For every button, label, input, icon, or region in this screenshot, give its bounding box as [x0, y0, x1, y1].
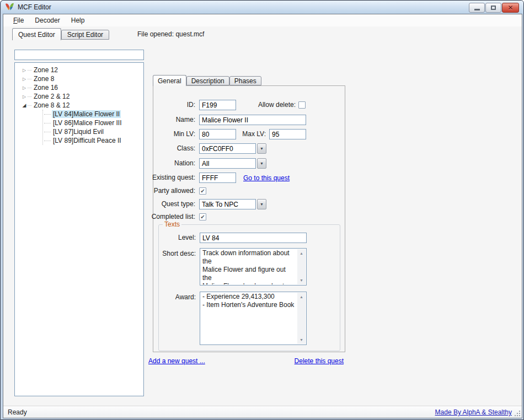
tree-node-label: [LV 87]Liquid Evil [52, 128, 105, 136]
quest-type-label: Quest type: [153, 199, 195, 209]
scroll-up-icon[interactable]: ▲ [297, 249, 306, 257]
app-icon [5, 3, 14, 12]
tree-node-zone-12[interactable]: ▷ Zone 12 [15, 66, 143, 74]
quest-tree: ▷ Zone 12 ▷ Zone 8 ▷ Zone 16 ▷ Z [14, 62, 144, 396]
quest-editor-page: ▷ Zone 12 ▷ Zone 8 ▷ Zone 16 ▷ Z [3, 40, 522, 407]
chevron-down-icon: ▼ [260, 202, 264, 206]
party-allowed-label: Party allowed: [153, 186, 195, 196]
menubar: File Decoder Help [3, 14, 522, 26]
tree-node-label: [LV 89]Difficult Peace II [52, 137, 122, 144]
menu-decoder[interactable]: Decoder [29, 15, 65, 26]
short-desc-textarea[interactable]: Track down information about the Malice … [200, 248, 307, 286]
tree-node-lv89-difficult-peace-ii[interactable]: [LV 89]Difficult Peace II [43, 136, 143, 145]
completed-list-checkbox[interactable]: ✔ [199, 213, 206, 220]
award-scrollbar[interactable]: ▲ ▼ [297, 293, 306, 344]
menu-help[interactable]: Help [66, 15, 90, 26]
client-area: File Decoder Help Quest Editor Script Ed… [3, 14, 522, 418]
allow-delete-checkbox[interactable] [298, 101, 306, 109]
tree-node-label: Zone 12 [33, 66, 59, 74]
tree-node-label: Zone 16 [33, 84, 59, 91]
tree-node-zone-8[interactable]: ▷ Zone 8 [15, 74, 143, 83]
max-lv-label: Max LV: [220, 129, 266, 139]
award-textarea[interactable]: - Experience 29,413,300 - Item Horten's … [200, 292, 307, 345]
tree-node-label: Zone 8 & 12 [33, 101, 71, 109]
minimize-icon [474, 9, 480, 10]
close-icon: ✕ [507, 4, 513, 11]
tree-node-zone-8-12[interactable]: ◢ Zone 8 & 12 [15, 101, 143, 110]
min-lv-label: Min LV: [153, 129, 195, 139]
texts-groupbox-title: Texts [163, 220, 181, 228]
award-label: Award: [159, 292, 196, 303]
close-button[interactable]: ✕ [502, 3, 519, 13]
chevron-right-icon[interactable]: ▷ [22, 68, 27, 73]
tree-node-zone-16[interactable]: ▷ Zone 16 [15, 83, 143, 92]
tree-node-lv84-malice-flower-ii[interactable]: [LV 84]Malice Flower II [43, 110, 143, 119]
class-combo-field[interactable] [199, 143, 256, 154]
maximize-icon [491, 6, 496, 10]
statusbar: Ready Made By AlphA & Stealthy [3, 406, 522, 418]
nation-combo-field[interactable] [199, 158, 256, 169]
class-label: Class: [153, 143, 195, 154]
tree-node-label-selected: [LV 84]Malice Flower II [52, 110, 121, 118]
short-desc-label: Short desc: [159, 249, 196, 259]
texts-groupbox: Texts Level: Short desc: Track down info… [158, 224, 340, 351]
app-window: MCF Editor ✕ File Decoder Help Quest Edi… [0, 0, 524, 420]
general-form-panel: ID: Allow delete: Name: Min LV: Max LV: … [153, 85, 345, 352]
allow-delete-label: Allow delete: [253, 100, 296, 110]
quest-type-combo-field[interactable] [199, 199, 256, 209]
tree-node-label: Zone 8 [33, 75, 55, 83]
level-label: Level: [159, 233, 196, 243]
tree-node-label: Zone 2 & 12 [33, 93, 71, 100]
level-field[interactable] [200, 233, 307, 243]
window-title: MCF Editor [18, 3, 51, 11]
quest-type-dropdown-button[interactable]: ▼ [257, 199, 266, 209]
scroll-down-icon[interactable]: ▼ [297, 336, 306, 344]
name-label: Name: [153, 115, 195, 125]
chevron-right-icon[interactable]: ▷ [22, 77, 27, 82]
maximize-button[interactable] [485, 3, 501, 13]
nation-label: Nation: [153, 158, 195, 169]
titlebar[interactable]: MCF Editor ✕ [1, 1, 524, 14]
tab-quest-editor[interactable]: Quest Editor [12, 28, 61, 40]
main-tabstrip: Quest Editor Script Editor [12, 28, 109, 40]
status-text: Ready [3, 408, 27, 416]
editor-tabstrip: General Description Phases [153, 75, 261, 86]
name-field[interactable] [199, 115, 306, 125]
party-allowed-checkbox[interactable]: ✔ [199, 187, 206, 195]
existing-quest-label: Existing quest: [151, 173, 195, 183]
award-text: - Experience 29,413,300 - Item Horten's … [202, 293, 296, 344]
chevron-down-icon: ▼ [260, 147, 264, 150]
tree-node-lv86-malice-flower-iii[interactable]: [LV 86]Malice Flower III [43, 119, 143, 127]
tab-general[interactable]: General [153, 75, 186, 86]
tab-script-editor[interactable]: Script Editor [61, 30, 109, 40]
tab-phases[interactable]: Phases [229, 76, 261, 85]
id-field[interactable] [199, 100, 236, 110]
id-label: ID: [153, 100, 195, 110]
go-to-quest-link[interactable]: Go to this quest [243, 174, 290, 182]
tree-node-zone-2-12[interactable]: ▷ Zone 2 & 12 [15, 92, 143, 101]
chevron-right-icon[interactable]: ▷ [22, 85, 27, 90]
chevron-down-icon: ▼ [260, 161, 264, 165]
credit-link[interactable]: Made By AlphA & Stealthy [435, 408, 512, 416]
existing-quest-field[interactable] [199, 173, 236, 183]
check-icon: ✔ [200, 214, 205, 220]
minimize-button[interactable] [469, 3, 485, 13]
nation-dropdown-button[interactable]: ▼ [257, 158, 266, 169]
add-quest-link[interactable]: Add a new quest ... [148, 357, 205, 365]
short-desc-scrollbar[interactable]: ▲ ▼ [297, 249, 306, 284]
scroll-up-icon[interactable]: ▲ [297, 293, 306, 301]
tree-node-lv87-liquid-evil[interactable]: [LV 87]Liquid Evil [43, 127, 143, 136]
max-lv-field[interactable] [269, 129, 306, 139]
tab-description[interactable]: Description [186, 76, 229, 85]
chevron-right-icon[interactable]: ▷ [22, 94, 27, 99]
tree-search-input[interactable] [14, 50, 144, 60]
short-desc-text: Track down information about the Malice … [202, 249, 296, 284]
check-icon: ✔ [200, 189, 205, 194]
chevron-expanded-icon[interactable]: ◢ [22, 103, 27, 108]
resize-grip-icon[interactable] [514, 410, 521, 417]
class-dropdown-button[interactable]: ▼ [257, 143, 266, 154]
scroll-down-icon[interactable]: ▼ [297, 276, 306, 284]
tree-node-label: [LV 86]Malice Flower III [52, 119, 123, 127]
delete-quest-link[interactable]: Delete this quest [254, 357, 344, 365]
menu-file[interactable]: File [8, 15, 29, 26]
